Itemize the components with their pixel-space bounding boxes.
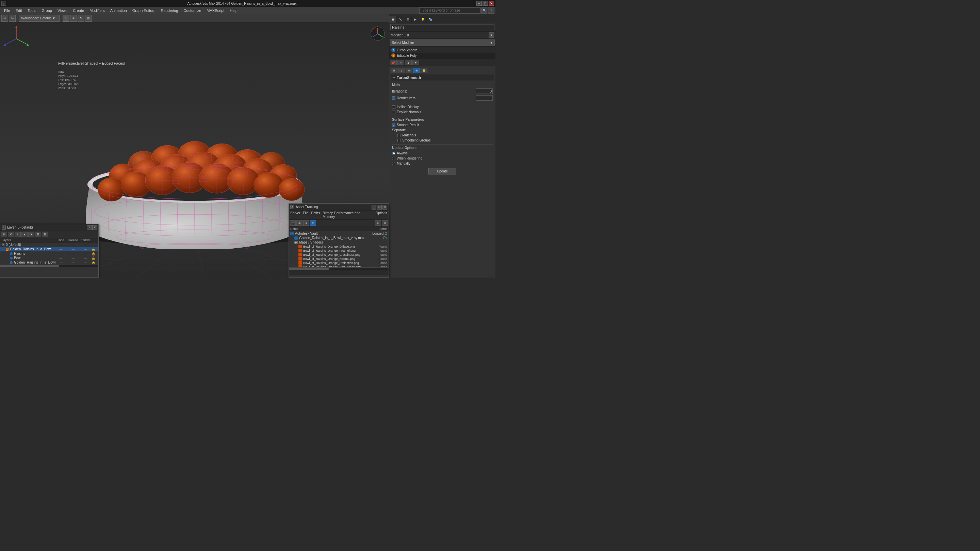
tab-motion[interactable]: ▶ — [412, 16, 419, 23]
select-tool[interactable]: ↖ — [63, 15, 69, 22]
menu-animation[interactable]: Animation — [108, 8, 130, 13]
close-button[interactable]: ✕ — [488, 1, 494, 6]
layer-move-dn-btn[interactable]: ▼ — [28, 232, 34, 237]
asset-item-fresnel[interactable]: Bowl_of_Raisins_Orange_Fresnel.png Found — [289, 249, 388, 253]
menu-views[interactable]: Views — [55, 8, 70, 13]
explicit-normals-checkbox[interactable] — [392, 111, 395, 114]
always-radio[interactable] — [392, 152, 395, 155]
layer-item-golden-raisins-bowl2[interactable]: Golden_Raisins_in_a_Bowl — — — 🔒 — [0, 260, 98, 265]
asset-menu-file[interactable]: File — [303, 211, 308, 219]
asset-item-vault[interactable]: Autodesk Vault Logged O — [289, 231, 388, 236]
col-hide: Hide — [55, 238, 67, 242]
asset-item-max-file[interactable]: Golden_Raisins_in_a_Bowl_max_vray.max Ok — [289, 236, 388, 240]
move-tool[interactable]: ✛ — [70, 15, 77, 22]
menu-customize[interactable]: Customize — [181, 8, 204, 13]
asset-panel-close[interactable]: ✕ — [382, 205, 387, 210]
modifier-list-dropdown-arrow[interactable]: ▼ — [488, 32, 494, 38]
asset-menu-bitmap[interactable]: Bitmap Performance and Memory — [323, 211, 372, 219]
layer-new-btn[interactable]: ⊕ — [1, 232, 7, 237]
asset-item-diffuse[interactable]: Bowl_of_Raisins_Orange_Diffuse.png Found — [289, 245, 388, 249]
asset-item-maps[interactable]: ▶ Maps / Shaders — [289, 240, 388, 245]
layer-collapse-btn[interactable]: ⊟ — [42, 232, 48, 237]
modifier-dropdown[interactable]: Select Modifier▼ — [390, 40, 495, 46]
menu-edit[interactable]: Edit — [13, 8, 25, 13]
asset-tb-icons[interactable]: ⊞ — [296, 221, 302, 226]
asset-item-reflection[interactable]: Bowl_of_Raisins_Orange_Reflection.png Fo… — [289, 261, 388, 265]
toolbar-undo[interactable]: ↩ — [2, 15, 8, 22]
menu-tools[interactable]: Tools — [25, 8, 39, 13]
layer-item-golden-raisins-bowl[interactable]: Golden_Raisins_in_a_Bowl — — — 🔒 — [0, 247, 98, 251]
layer-panel-close[interactable]: ✕ — [92, 225, 97, 230]
workspace-dropdown[interactable]: Workspace: Default▼ — [19, 15, 60, 22]
ts-icon-1[interactable]: ⊟ — [391, 68, 398, 73]
layer-panel-help[interactable]: ? — [87, 225, 92, 230]
asset-menu-options[interactable]: Options — [375, 211, 387, 219]
menu-create[interactable]: Create — [70, 8, 87, 13]
menu-modifiers[interactable]: Modifiers — [87, 8, 108, 13]
mod-pin-btn[interactable]: 📌 — [390, 60, 397, 65]
asset-item-glossiness[interactable]: Bowl_of_Raisins_Orange_Glossiness.png Fo… — [289, 253, 388, 257]
layer-item-raisins[interactable]: Raisins — — — 🔒 — [0, 251, 98, 256]
asset-panel-maximize[interactable]: □ — [377, 205, 382, 210]
asset-item-refr-gloss[interactable]: Bowl_of_Raisins_Orange_Refr_Gloss.png Fo… — [289, 265, 388, 267]
mod-delete-btn[interactable]: ✕ — [398, 60, 404, 65]
render-iters-checkbox[interactable]: ✓ — [392, 96, 395, 100]
help-icon[interactable]: ? — [488, 8, 494, 14]
toolbar-redo[interactable]: ↪ — [9, 15, 16, 22]
tab-display[interactable]: ◉ — [389, 16, 397, 23]
mod-move-up-btn[interactable]: ▲ — [405, 60, 412, 65]
isoline-checkbox[interactable] — [392, 105, 395, 109]
asset-tb-detail[interactable]: ≡ — [303, 221, 309, 226]
layer-item-default[interactable]: ✓ 0 (default) — — — — [0, 243, 98, 247]
scale-tool[interactable]: ⊡ — [85, 15, 92, 22]
asset-tb-settings[interactable]: ⚙ — [382, 221, 388, 226]
asset-tb-active[interactable]: ⊟ — [310, 221, 316, 226]
maximize-button[interactable]: □ — [482, 1, 488, 6]
tab-display2[interactable]: 💡 — [419, 16, 427, 23]
materials-checkbox[interactable] — [398, 134, 401, 137]
asset-tb-list[interactable]: ☰ — [290, 221, 296, 226]
manually-radio[interactable] — [392, 162, 395, 165]
asset-panel-minimize[interactable]: ─ — [372, 205, 376, 210]
search-input[interactable] — [419, 8, 480, 14]
minimize-button[interactable]: ─ — [476, 1, 482, 6]
turbosmooth-header[interactable]: ▼ TurboSmooth — [391, 75, 494, 81]
layer-item-bowl[interactable]: Bowl — — — 🔒 — [0, 256, 98, 260]
render-iters-input[interactable] — [476, 95, 493, 101]
modifier-editablepoly[interactable]: E Editable Poly — [390, 53, 495, 58]
smooth-result-checkbox[interactable]: ✓ — [392, 124, 395, 127]
tab-modify[interactable]: 🔧 — [397, 16, 404, 23]
when-rendering-radio[interactable] — [392, 157, 395, 160]
menu-maxscript[interactable]: MAXScript — [204, 8, 227, 13]
search-icon[interactable]: 🔍 — [481, 8, 487, 14]
menu-graph-editors[interactable]: Graph Editors — [130, 8, 158, 13]
layer-add-sel-btn[interactable]: + — [14, 232, 21, 237]
tab-utilities[interactable]: 🔩 — [427, 16, 434, 23]
ts-icon-4[interactable]: ⊞ — [413, 68, 420, 73]
svg-text:Total: Total — [58, 70, 64, 73]
ts-icon-5[interactable]: 🔒 — [421, 68, 427, 73]
layer-move-up-btn[interactable]: ▲ — [21, 232, 27, 237]
rotate-tool[interactable]: ↻ — [78, 15, 84, 22]
asset-item-normal[interactable]: Bowl_of_Raisins_Orange_Normal.png Found — [289, 257, 388, 261]
smoothing-groups-checkbox[interactable] — [398, 139, 401, 142]
object-name-field[interactable]: Raisins — [390, 24, 495, 30]
asset-tb-refresh[interactable]: ↻ — [375, 221, 381, 226]
asset-menu-paths[interactable]: Paths — [311, 211, 320, 219]
menu-rendering[interactable]: Rendering — [158, 8, 181, 13]
menu-group[interactable]: Group — [39, 8, 55, 13]
iterations-input[interactable]: 0 — [476, 89, 493, 94]
layer-delete-btn[interactable]: ✕ — [8, 232, 14, 237]
tab-hierarchy[interactable]: ⊞ — [404, 16, 412, 23]
ts-icon-3[interactable]: ⊕ — [406, 68, 412, 73]
window-controls[interactable]: ─ □ ✕ — [476, 1, 494, 6]
update-button[interactable]: Update — [428, 168, 456, 175]
modifier-turbosmooth[interactable]: T TurboSmooth — [390, 47, 495, 53]
mod-move-down-btn[interactable]: ▼ — [412, 60, 419, 65]
ts-icon-2[interactable]: | — [398, 68, 405, 73]
menu-file[interactable]: File — [2, 8, 13, 13]
layer-expand-btn[interactable]: ⊞ — [35, 232, 41, 237]
asset-menu-server[interactable]: Server — [290, 211, 300, 219]
menu-help[interactable]: Help — [227, 8, 240, 13]
asset-item-reflection-name: Bowl_of_Raisins_Orange_Reflection.png — [303, 261, 367, 265]
